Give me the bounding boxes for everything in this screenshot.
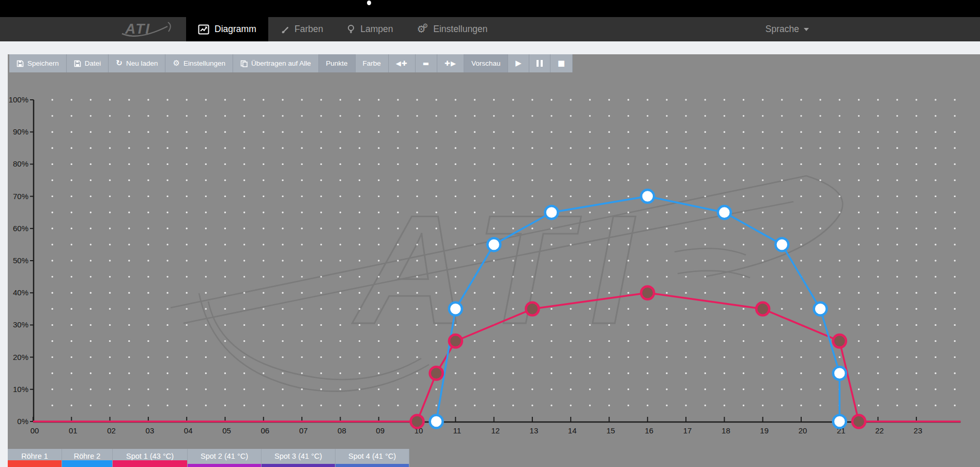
transfer-all-button[interactable]: Übertragen auf Alle	[233, 54, 319, 72]
data-point[interactable]	[487, 238, 500, 251]
svg-text:90%: 90%	[13, 127, 28, 136]
svg-text:0%: 0%	[17, 417, 28, 426]
tab-farben[interactable]: Farben	[268, 17, 335, 41]
svg-text:22: 22	[875, 426, 884, 435]
shift-right-button[interactable]: ✚▶	[437, 54, 464, 72]
channel-tab-spot-2[interactable]: Spot 2 (41 °C)	[188, 449, 262, 467]
svg-text:04: 04	[184, 426, 193, 435]
data-point[interactable]	[852, 415, 865, 428]
svg-text:23: 23	[914, 426, 923, 435]
pause-button[interactable]	[529, 54, 550, 72]
decrease-button[interactable]: ▬	[416, 54, 437, 72]
channel-color-bar	[62, 460, 112, 467]
svg-text:70%: 70%	[13, 192, 28, 201]
svg-text:09: 09	[376, 426, 385, 435]
tab-lampen[interactable]: Lampen	[335, 17, 405, 41]
tab-einstellungen[interactable]: ⚙⚙ Einstellungen	[405, 17, 499, 41]
channel-tab-roehre-1[interactable]: Röhre 1	[8, 449, 62, 467]
schedule-chart[interactable]: ATI 0%10%20%30%40%50%60%70%80%90%100%000…	[8, 54, 980, 467]
svg-text:40%: 40%	[13, 288, 28, 297]
svg-text:05: 05	[222, 426, 231, 435]
data-point[interactable]	[756, 303, 769, 315]
svg-text:18: 18	[722, 426, 730, 435]
save-icon	[17, 60, 24, 67]
page-background-band	[0, 41, 980, 54]
play-icon: ▶	[515, 59, 522, 67]
stop-icon: ■	[558, 59, 565, 67]
shift-left-button[interactable]: ◀✚	[389, 54, 416, 72]
channel-color-bar	[188, 464, 261, 467]
svg-text:08: 08	[338, 426, 346, 435]
svg-text:17: 17	[683, 426, 692, 435]
ati-logo: ATI	[118, 18, 177, 41]
tab-diagramm[interactable]: Diagramm	[186, 17, 268, 41]
settings-button[interactable]: ⚙ Einstellungen	[165, 54, 233, 72]
data-point[interactable]	[411, 415, 424, 428]
svg-text:30%: 30%	[13, 320, 28, 329]
channel-color-bar	[262, 464, 335, 467]
save-button[interactable]: Speichern	[9, 54, 67, 72]
browser-top-strip	[0, 0, 980, 17]
tab-label: Farben	[295, 24, 323, 35]
svg-text:14: 14	[568, 426, 577, 435]
app-header: ATI Diagramm Farben	[0, 17, 980, 41]
data-point[interactable]	[833, 335, 846, 348]
svg-text:16: 16	[645, 426, 653, 435]
color-button[interactable]: Farbe	[356, 54, 389, 72]
refresh-icon: ↻	[116, 59, 122, 67]
language-menu[interactable]: Sprache	[765, 17, 809, 41]
svg-text:15: 15	[606, 426, 615, 435]
data-point[interactable]	[545, 206, 558, 219]
lightbulb-icon	[347, 24, 355, 34]
tab-label: Lampen	[360, 24, 393, 35]
data-point[interactable]	[430, 367, 443, 380]
stop-button[interactable]: ■	[550, 54, 573, 72]
language-label: Sprache	[765, 24, 799, 35]
plus-arrow-right-icon: ✚▶	[445, 59, 456, 67]
channel-tab-spot-4[interactable]: Spot 4 (41 °C)	[335, 449, 409, 467]
data-point[interactable]	[641, 190, 654, 203]
svg-text:12: 12	[491, 426, 500, 435]
save-file-icon	[74, 60, 81, 67]
pause-icon	[537, 60, 543, 67]
svg-text:11: 11	[453, 426, 462, 435]
channel-tab-spot-3[interactable]: Spot 3 (41 °C)	[262, 449, 335, 467]
data-point[interactable]	[449, 335, 462, 348]
data-point[interactable]	[718, 206, 731, 219]
svg-text:100%: 100%	[9, 95, 28, 104]
points-button[interactable]: Punkte	[319, 54, 356, 72]
file-button[interactable]: Datei	[67, 54, 109, 72]
caret-down-icon	[804, 28, 809, 31]
svg-text:50%: 50%	[13, 256, 28, 265]
svg-text:00: 00	[30, 426, 39, 435]
channel-tab-spot-1[interactable]: Spot 1 (43 °C)	[113, 449, 188, 467]
svg-text:80%: 80%	[13, 159, 28, 168]
preview-button[interactable]: Vorschau	[464, 54, 508, 72]
svg-text:01: 01	[69, 426, 78, 435]
data-point[interactable]	[526, 303, 539, 315]
toolbar: Speichern Datei ↻ Neu laden ⚙ Einstellun…	[9, 54, 573, 72]
svg-text:19: 19	[760, 426, 769, 435]
svg-text:20: 20	[799, 426, 807, 435]
minus-icon: ▬	[423, 59, 430, 67]
svg-text:20%: 20%	[13, 353, 28, 361]
tab-label: Einstellungen	[433, 24, 487, 35]
data-point[interactable]	[641, 287, 654, 299]
data-point[interactable]	[449, 303, 462, 315]
channel-color-bar	[8, 460, 62, 467]
play-button[interactable]: ▶	[508, 54, 529, 72]
arrow-left-plus-icon: ◀✚	[396, 59, 408, 67]
channel-tab-roehre-2[interactable]: Röhre 2	[62, 449, 113, 467]
data-point[interactable]	[775, 238, 788, 251]
channel-tabs: Röhre 1 Röhre 2 Spot 1 (43 °C) Spot 2 (4…	[8, 449, 409, 467]
svg-text:10%: 10%	[13, 385, 28, 394]
top-dot	[367, 1, 371, 5]
reload-button[interactable]: ↻ Neu laden	[109, 54, 165, 72]
paintbrush-icon	[280, 25, 289, 34]
data-point[interactable]	[833, 367, 846, 380]
svg-text:13: 13	[530, 426, 539, 435]
data-point[interactable]	[814, 303, 827, 315]
data-point[interactable]	[430, 415, 443, 428]
data-point[interactable]	[833, 415, 846, 428]
svg-text:60%: 60%	[13, 224, 28, 233]
